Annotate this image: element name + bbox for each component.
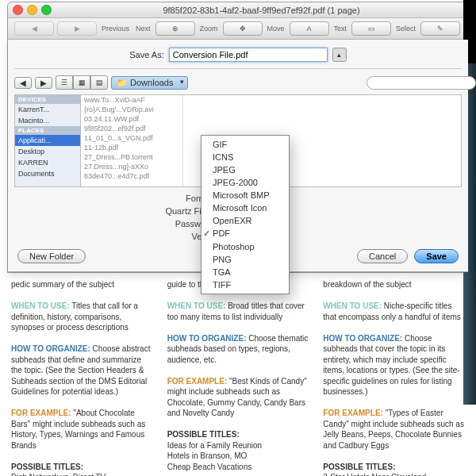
format-option[interactable]: Microsoft BMP bbox=[202, 189, 289, 202]
sheet-search[interactable] bbox=[367, 76, 476, 90]
file-item[interactable]: 03.24.11.WW.pdf bbox=[81, 114, 182, 124]
format-option[interactable]: ICNS bbox=[202, 151, 289, 163]
window-title: 9f85f202-83b1-4af2-baaf-9ff9ed7ef92f.pdf… bbox=[60, 6, 463, 15]
preview-window: 9f85f202-83b1-4af2-baaf-9ff9ed7ef92f.pdf… bbox=[7, 2, 469, 273]
file-item[interactable]: 9f85f202...ef92f.pdf bbox=[81, 124, 182, 133]
prev-button[interactable]: ◀ bbox=[14, 21, 54, 36]
move-button[interactable]: ✥ bbox=[223, 21, 263, 36]
sidebar-item[interactable]: KarrenT... bbox=[15, 104, 80, 115]
saveas-input[interactable] bbox=[169, 48, 328, 62]
format-option[interactable]: TGA bbox=[202, 266, 289, 278]
devices-header: DEVICES bbox=[15, 95, 80, 104]
sidebar-item[interactable]: Documents bbox=[15, 168, 80, 179]
sidebar-item[interactable]: Desktop bbox=[15, 146, 80, 157]
sidebar-item[interactable]: Macinto... bbox=[15, 115, 80, 126]
file-item[interactable]: www.To...XviD-aAF bbox=[81, 95, 182, 105]
format-option[interactable]: GIF bbox=[202, 138, 289, 151]
file-item[interactable]: 11-12b.pdf bbox=[81, 143, 182, 152]
places-header: PLACES bbox=[15, 126, 80, 135]
toolbar: ◀ ▶ Previous Next ⊕ Zoom ✥ Move A Text ▭… bbox=[8, 18, 468, 40]
format-option[interactable]: Photoshop bbox=[202, 240, 289, 253]
file-item[interactable]: {ro}A.Bug'...VDRip.avi bbox=[81, 105, 182, 114]
format-option[interactable]: PNG bbox=[202, 253, 289, 266]
save-sheet: Save As: ▴ ◀ ▶ ☰▦▤ 📁 Downloads DEVICES K… bbox=[8, 40, 468, 272]
format-option[interactable]: PDF bbox=[202, 227, 289, 240]
format-option[interactable]: TIFF bbox=[202, 278, 289, 291]
file-item[interactable]: 27.Dress...ng]-aXXo bbox=[81, 162, 182, 171]
saveas-label: Save As: bbox=[129, 50, 163, 60]
text-button[interactable]: A bbox=[290, 21, 329, 36]
next-button[interactable]: ▶ bbox=[57, 21, 97, 36]
annotate-button[interactable]: ✎ bbox=[420, 21, 460, 36]
format-menu[interactable]: GIFICNSJPEGJPEG-2000Microsoft BMPMicroso… bbox=[201, 135, 290, 294]
fwd-button[interactable]: ▶ bbox=[35, 77, 52, 89]
disclose-button[interactable]: ▴ bbox=[332, 48, 347, 62]
location-popup[interactable]: 📁 Downloads bbox=[111, 76, 188, 90]
select-button[interactable]: ▭ bbox=[351, 21, 391, 36]
view-buttons[interactable]: ☰▦▤ bbox=[56, 75, 108, 90]
zoom-button[interactable]: ⊕ bbox=[155, 21, 195, 36]
close-icon[interactable] bbox=[13, 5, 23, 15]
titlebar: 9f85f202-83b1-4af2-baaf-9ff9ed7ef92f.pdf… bbox=[8, 2, 468, 18]
file-item[interactable]: 63de470...e4d7c.pdf bbox=[81, 171, 182, 181]
document-content: pedic summary of the subject WHEN TO USE… bbox=[0, 273, 476, 476]
back-button[interactable]: ◀ bbox=[14, 77, 32, 89]
sidebar-item[interactable]: Applicati... bbox=[15, 135, 80, 146]
save-button[interactable]: Save bbox=[414, 249, 459, 263]
format-option[interactable]: JPEG bbox=[202, 163, 289, 176]
file-item[interactable]: 11_01_0...s_VGN.pdf bbox=[81, 133, 182, 143]
sidebar-item[interactable]: KARREN bbox=[15, 157, 80, 168]
newfolder-button[interactable]: New Folder bbox=[17, 249, 86, 263]
minimize-icon[interactable] bbox=[27, 5, 37, 15]
file-item[interactable]: 27_Dress...PB.torrent bbox=[81, 152, 182, 162]
format-option[interactable]: JPEG-2000 bbox=[202, 176, 289, 189]
cancel-button[interactable]: Cancel bbox=[357, 249, 408, 263]
zoom-icon[interactable] bbox=[41, 5, 52, 15]
format-option[interactable]: Microsoft Icon bbox=[202, 202, 289, 214]
format-option[interactable]: OpenEXR bbox=[202, 214, 289, 227]
